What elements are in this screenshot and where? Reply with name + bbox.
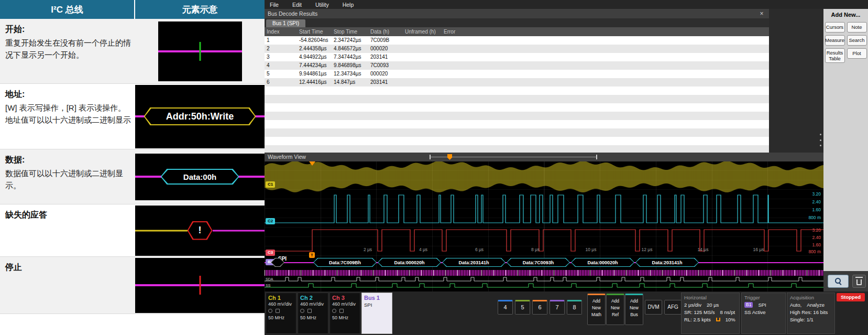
time-axis-label: 10 µs: [586, 247, 597, 252]
ch2-scale-label: 1.60: [812, 207, 821, 212]
analog-waveforms-svg: [265, 161, 823, 256]
address-badge-label: Addr:50h:Write: [145, 109, 255, 124]
table-row[interactable]: 1-54.82604ns2.347242µs7C009B: [265, 36, 769, 45]
bus1-settings-badge[interactable]: Bus 1 SPI: [361, 293, 392, 334]
horizontal-position: 10%: [726, 317, 735, 322]
stopped-status-badge[interactable]: Stopped: [837, 293, 865, 301]
note-button[interactable]: Note: [847, 22, 867, 33]
channel1-badge[interactable]: C1: [266, 181, 275, 188]
bus-data-segment[interactable]: Data:7C009Bh: [313, 258, 377, 267]
bus-data-segment[interactable]: Data:203141h: [442, 258, 506, 267]
doc-title-missing-ack: 缺失的应答: [5, 210, 131, 221]
tab-bus1-spi[interactable]: Bus 1 (SPI): [266, 19, 305, 27]
time-axis-label: 8 µs: [531, 247, 540, 252]
magnifier-icon: [835, 278, 842, 285]
slider-right-cap: [596, 155, 597, 159]
waveform-title-bar: Waveform View: [265, 153, 823, 161]
table-row[interactable]: 34.944922µs7.347442µs203141: [265, 53, 769, 61]
time-axis-label: 14 µs: [698, 247, 709, 252]
table-row[interactable]: 59.944861µs12.34734µs000020: [265, 70, 769, 78]
panel-resize-handle[interactable]: [819, 134, 822, 146]
decode-tab-strip: Bus 1 (SPI): [265, 18, 769, 27]
add-new-math-button[interactable]: AddNewMath: [587, 294, 606, 325]
doc-header-element: 元素示意: [135, 0, 265, 19]
doc-row-address: 地址: [W] 表示写操作，[R] 表示读操作。地址值可以以十六进制或二进制显示…: [0, 84, 265, 149]
time-axis-label: 16 µs: [753, 247, 764, 252]
menu-help[interactable]: Help: [343, 2, 354, 8]
results-table-button[interactable]: Results Table: [825, 48, 845, 63]
bus-activity-strip: [265, 270, 823, 276]
empty-row: [265, 103, 769, 112]
bus-data-segment[interactable]: Data:000020h: [378, 258, 441, 267]
data-hexagon: Data:00h: [161, 169, 239, 185]
add-new-bus-button[interactable]: AddNewBus: [625, 294, 643, 325]
coupling-icon: [300, 309, 304, 313]
channel6-button[interactable]: 6: [532, 300, 547, 315]
channel1-settings-badge[interactable]: Ch 1 460 mV/div 50 MHz: [266, 293, 296, 334]
menu-bar: File Edit Utility Help: [265, 0, 868, 9]
decode-table-header: Index Start Time Stop Time Data (h) Unfr…: [265, 27, 769, 36]
start-symbol: [158, 21, 242, 81]
channel5-button[interactable]: 5: [515, 300, 530, 315]
bus-data-segment[interactable]: Data:7C0093h: [507, 258, 570, 267]
afg-button[interactable]: AFG: [664, 300, 682, 315]
doc-title-data: 数据:: [5, 155, 131, 166]
table-row[interactable]: 22.444358µs4.846572µs000020: [265, 45, 769, 53]
digital-label-ss: SS: [266, 284, 270, 287]
menu-edit[interactable]: Edit: [292, 2, 302, 8]
channel2-settings-badge[interactable]: Ch 2 460 mV/div 50 MHz: [298, 293, 328, 334]
table-row[interactable]: 612.44416µs14.847µs203141: [265, 78, 769, 87]
menu-file[interactable]: File: [270, 2, 279, 8]
dvm-button[interactable]: DVM: [645, 300, 662, 315]
ch2-scale-label: 2.40: [812, 199, 821, 204]
acquisition-panel[interactable]: Acquisition Auto,Analyze High Res: 16 bi…: [787, 293, 835, 334]
waveform-plot[interactable]: 3.20 2.40 1.60 800 m 3.20 2.40 1.60 800 …: [265, 161, 823, 291]
zoom-button[interactable]: [828, 275, 849, 288]
channel2-badge[interactable]: C2: [266, 218, 275, 224]
table-row[interactable]: 47.444234µs9.846898µs7C0093: [265, 61, 769, 70]
add-new-ref-button[interactable]: AddNewRef: [606, 294, 624, 325]
doc-header-i2c-bus: I²C 总线: [0, 0, 135, 19]
delete-button[interactable]: [852, 275, 866, 288]
sidebar-bottom-strip: [823, 271, 868, 291]
scl-line: [135, 230, 188, 231]
empty-row: [265, 120, 769, 128]
channel4-button[interactable]: 4: [498, 300, 513, 315]
start-marker: [199, 42, 201, 61]
channel3-badge[interactable]: C3: [266, 250, 275, 256]
pan-zoom-slider[interactable]: [430, 157, 597, 157]
horizontal-window: 20 µs: [707, 302, 719, 308]
time-axis-label: 2 µs: [364, 247, 372, 252]
trigger-position-marker[interactable]: [447, 154, 452, 160]
slider-left-cap: [430, 155, 431, 159]
horizontal-panel[interactable]: Horizontal 2 µs/div20 µs SR: 125 MS/s8 n…: [681, 293, 740, 334]
termination-icon: [276, 309, 280, 313]
channel7-button[interactable]: 7: [550, 300, 565, 315]
doc-header: I²C 总线 元素示意: [0, 0, 265, 19]
cursors-button[interactable]: Cursors: [825, 22, 845, 33]
menu-utility[interactable]: Utility: [315, 2, 329, 8]
trigger-panel[interactable]: Trigger B1SPI SS Active: [741, 293, 786, 334]
ch2-scale-label: 800 m: [808, 215, 821, 220]
close-icon[interactable]: ×: [757, 9, 766, 18]
bus-decode-results-panel: Bus Decode Results × Bus 1 (SPI) Index S…: [265, 9, 769, 153]
scope-app: File Edit Utility Help Bus Decode Result…: [265, 0, 868, 335]
bus-data-segment[interactable]: Data:000020h: [571, 258, 634, 267]
trigger-t-badge[interactable]: T: [309, 252, 315, 258]
col-data-h: Data (h): [368, 27, 403, 36]
channel3-settings-badge[interactable]: Ch 3 460 mV/div 50 MHz: [329, 293, 360, 334]
trash-icon: [856, 279, 862, 285]
search-button[interactable]: Search: [847, 35, 867, 46]
plot-button[interactable]: Plot: [847, 48, 867, 59]
missing-ack-label: !: [189, 222, 212, 239]
measure-button[interactable]: Measure: [825, 35, 845, 46]
channel8-button[interactable]: 8: [567, 300, 582, 315]
doc-row-data: 数据: 数据值可以以十六进制或二进制显示。 Data:00h: [0, 149, 265, 204]
bus-data-segment[interactable]: Data:203141h: [635, 258, 699, 267]
acquisition-resolution: High Res: 16 bits: [790, 309, 828, 315]
address-symbol: Addr:50h:Write: [135, 85, 265, 148]
doc-title-start: 开始:: [5, 24, 131, 35]
waveform-view: Waveform View 3.20 2.40 1.60 800: [265, 153, 823, 291]
trigger-marker-icon[interactable]: [309, 161, 315, 166]
digital-label-sda: SDA: [266, 277, 273, 281]
